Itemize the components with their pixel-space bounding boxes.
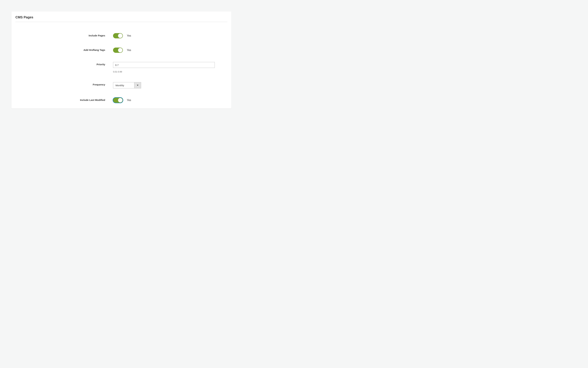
add-hreflang-tags-value: Yes: [127, 49, 131, 52]
add-hreflang-tags-label: Add Hreflang Tags: [84, 48, 105, 51]
frequency-row: Frequency Monthly: [15, 82, 227, 88]
panel-title: CMS Pages: [15, 15, 227, 22]
toggle-knob: [118, 33, 122, 38]
priority-label: Priority: [96, 63, 105, 66]
add-hreflang-tags-toggle[interactable]: [113, 47, 123, 53]
priority-row: Priority 0.01-0.99: [15, 62, 227, 73]
include-last-modified-toggle[interactable]: [113, 98, 123, 103]
toggle-knob: [118, 48, 122, 53]
include-pages-toggle[interactable]: [113, 33, 123, 38]
include-pages-row: Include Pages Yes: [15, 33, 227, 38]
frequency-label: Frequency: [93, 83, 105, 86]
include-last-modified-label: Include Last Modified: [80, 99, 105, 101]
priority-helper: 0.01-0.99: [113, 71, 227, 73]
svg-marker-0: [137, 85, 139, 86]
cms-pages-panel: CMS Pages Include Pages Yes Add Hreflang…: [11, 11, 231, 108]
priority-input[interactable]: [113, 62, 215, 68]
include-pages-value: Yes: [127, 34, 131, 37]
frequency-select[interactable]: Monthly: [113, 82, 141, 88]
frequency-dropdown-button[interactable]: [134, 82, 141, 88]
frequency-value: Monthly: [113, 82, 134, 88]
include-last-modified-value: Yes: [127, 99, 131, 102]
include-last-modified-row: Include Last Modified Yes: [15, 98, 227, 103]
include-pages-label: Include Pages: [89, 34, 105, 37]
add-hreflang-tags-row: Add Hreflang Tags Yes: [15, 47, 227, 53]
toggle-knob: [118, 98, 122, 102]
chevron-down-icon: [137, 85, 139, 86]
